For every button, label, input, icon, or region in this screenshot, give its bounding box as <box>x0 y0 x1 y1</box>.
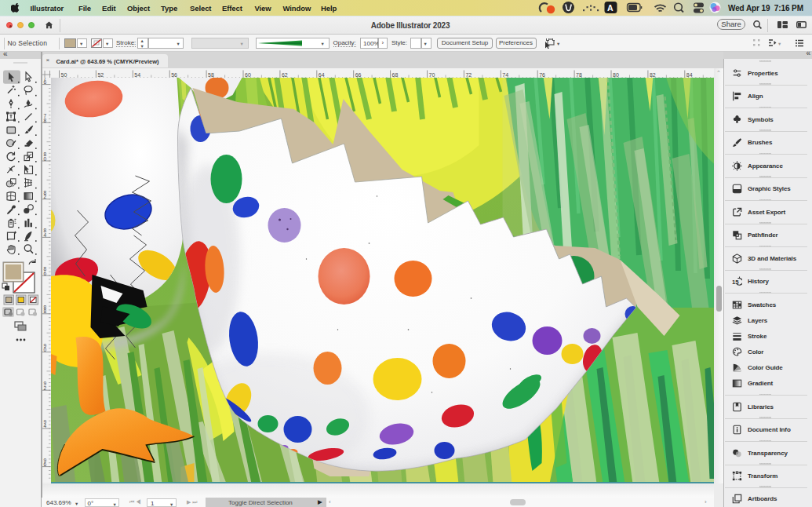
svg-text:6: 6 <box>43 461 46 467</box>
svg-text:4: 4 <box>43 423 46 429</box>
svg-text:58: 58 <box>208 72 214 78</box>
svg-text:62: 62 <box>282 72 288 78</box>
svg-text:68: 68 <box>392 72 399 78</box>
svg-text:76: 76 <box>539 72 545 78</box>
svg-text:8: 8 <box>43 308 46 314</box>
svg-text:15: 15 <box>732 279 739 286</box>
svg-text:A: A <box>607 3 614 13</box>
svg-text:66: 66 <box>355 72 362 78</box>
svg-text:56: 56 <box>171 72 177 78</box>
svg-text:2: 2 <box>43 385 46 391</box>
svg-text:0: 0 <box>43 156 46 162</box>
svg-text:6: 6 <box>43 79 46 85</box>
svg-text:64: 64 <box>319 72 325 78</box>
svg-text:84: 84 <box>686 72 693 78</box>
svg-text:80: 80 <box>613 72 619 78</box>
svg-text:54: 54 <box>134 72 140 78</box>
svg-text:60: 60 <box>245 72 251 78</box>
svg-text:2: 2 <box>43 194 46 199</box>
svg-text:50: 50 <box>61 72 67 78</box>
svg-text:72: 72 <box>465 72 472 78</box>
svg-text:6: 6 <box>43 271 46 276</box>
svg-text:4: 4 <box>43 232 46 238</box>
svg-text:74: 74 <box>502 72 508 78</box>
svg-text:0: 0 <box>43 347 46 352</box>
svg-text:82: 82 <box>650 72 656 78</box>
svg-text:8: 8 <box>43 118 46 123</box>
svg-text:78: 78 <box>576 72 582 78</box>
svg-text:52: 52 <box>97 72 104 78</box>
svg-text:70: 70 <box>429 72 435 78</box>
